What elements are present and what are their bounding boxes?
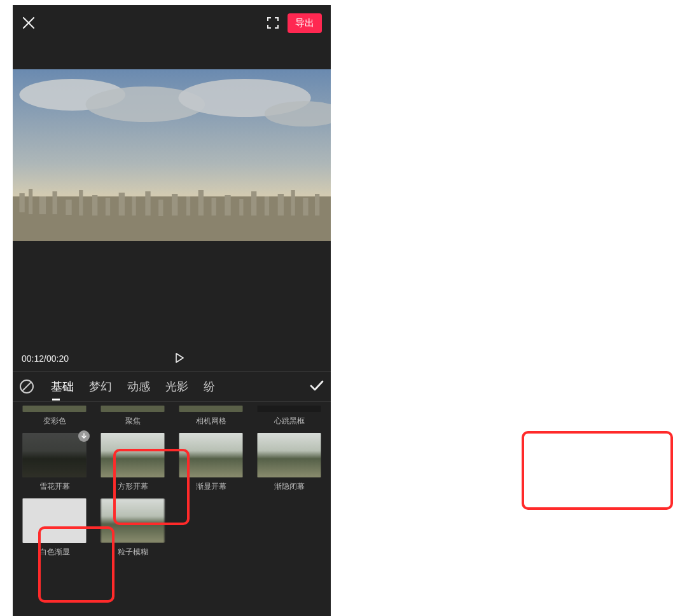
svg-rect-27 [291,190,295,216]
svg-rect-7 [29,189,32,214]
svg-rect-11 [79,190,83,216]
effect-label: 方形开幕 [100,481,165,492]
svg-rect-21 [212,198,216,216]
effect-label: 渐隐闭幕 [256,481,322,492]
effect-item[interactable]: 方形开幕 [100,433,165,492]
highlight-box [522,431,673,510]
svg-rect-42 [101,498,165,543]
tab-light[interactable]: 光影 [165,379,188,394]
svg-rect-20 [198,190,204,216]
svg-rect-38 [101,433,165,477]
effect-item[interactable]: 变彩色 [22,406,87,427]
topbar: 导出 [13,609,331,616]
effect-item[interactable]: 雪花开幕 [22,433,87,492]
category-tabs: 基础 梦幻 动感 光影 纷 [13,371,331,402]
phone-right: 导出 [13,609,331,616]
svg-rect-24 [251,191,256,216]
svg-line-31 [22,382,31,391]
fullscreen-icon[interactable] [266,16,280,30]
svg-rect-41 [23,498,87,543]
svg-rect-29 [315,194,319,216]
svg-rect-25 [265,196,269,216]
effect-item[interactable]: 粒子模糊 [100,498,165,558]
svg-rect-19 [186,196,190,216]
phone-left: 导出 [13,5,331,609]
effect-item[interactable]: 聚焦 [100,406,165,427]
play-icon[interactable] [174,352,185,366]
svg-rect-37 [23,433,87,477]
play-bar: 00:12/00:20 [13,346,331,371]
effect-item[interactable]: 白色渐显 [22,498,87,558]
effect-label: 心跳黑框 [256,416,322,427]
time-label: 00:12/00:20 [22,353,69,364]
topbar: 导出 [13,5,331,41]
video-preview[interactable] [13,41,331,270]
confirm-icon[interactable] [308,376,326,397]
svg-rect-22 [225,195,230,216]
effect-label: 相机网格 [178,416,244,427]
svg-rect-35 [258,406,321,412]
svg-rect-6 [19,193,24,212]
svg-rect-40 [258,433,321,477]
svg-rect-33 [101,406,165,412]
svg-rect-16 [145,191,150,216]
effect-label: 雪花开幕 [22,481,87,492]
tab-dynamic[interactable]: 动感 [127,379,150,394]
svg-rect-39 [179,433,243,477]
tab-dream[interactable]: 梦幻 [89,379,112,394]
tab-basic[interactable]: 基础 [51,379,74,394]
svg-rect-9 [53,191,57,214]
none-icon[interactable] [18,378,36,395]
effect-item[interactable]: 渐隐闭幕 [256,433,322,492]
close-icon[interactable] [22,16,36,30]
svg-rect-23 [239,199,243,216]
export-button[interactable]: 导出 [288,13,322,33]
svg-rect-8 [39,196,46,214]
svg-rect-18 [172,194,177,216]
effect-label: 粒子模糊 [100,547,165,558]
svg-rect-28 [303,198,308,216]
svg-rect-10 [66,200,71,215]
svg-rect-26 [278,194,284,216]
svg-rect-15 [132,196,136,216]
effect-item[interactable]: 心跳黑框 [256,406,322,427]
download-icon [78,430,90,442]
effect-item[interactable]: 相机网格 [178,406,244,427]
svg-rect-12 [92,195,97,216]
effect-label: 白色渐显 [22,547,87,558]
svg-rect-13 [106,198,110,216]
svg-rect-14 [119,193,125,216]
tab-more[interactable]: 纷 [204,379,215,394]
effect-grid-left: 变彩色 聚焦 相机网格 心跳黑框 雪花开幕 方形开幕 渐显开幕 [13,402,331,561]
effect-label: 变彩色 [22,416,87,427]
svg-rect-34 [179,406,243,412]
svg-rect-17 [158,200,163,216]
effect-item[interactable]: 渐显开幕 [178,433,244,492]
effect-label: 聚焦 [100,416,165,427]
effect-label: 渐显开幕 [178,481,244,492]
svg-rect-32 [23,406,87,412]
